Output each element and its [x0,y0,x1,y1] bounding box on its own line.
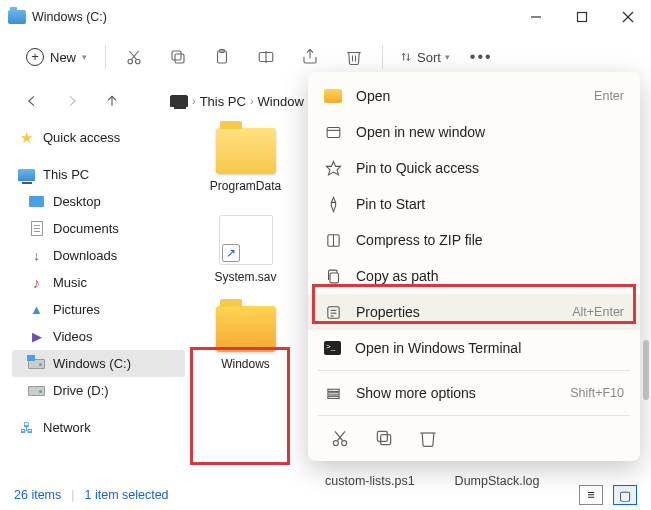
music-icon: ♪ [28,274,45,291]
ctx-copy-button[interactable] [374,428,394,451]
ctx-open-new-window[interactable]: Open in new window [308,114,640,150]
folder-icon [324,89,342,103]
chevron-down-icon: ▾ [82,52,87,62]
star-icon [324,159,342,177]
svg-rect-32 [327,396,338,398]
terminal-icon [324,341,341,355]
svg-point-33 [333,441,338,446]
more-button[interactable]: ••• [462,48,501,66]
ctx-copy-path[interactable]: Copy as path [308,258,640,294]
star-icon: ★ [18,129,35,146]
forward-button[interactable] [56,85,88,117]
chevron-right-icon: › [250,95,254,107]
svg-point-34 [342,441,347,446]
drive-icon [28,359,45,369]
close-button[interactable] [605,0,651,34]
ctx-open-terminal[interactable]: Open in Windows Terminal [308,330,640,366]
svg-rect-8 [175,54,184,63]
minimize-button[interactable] [513,0,559,34]
drive-icon [28,386,45,396]
delete-button[interactable] [334,37,374,77]
svg-point-5 [136,59,141,64]
folder-icon [216,128,276,174]
title-bar: Windows (C:) [0,0,651,34]
new-label: New [50,50,76,65]
svg-rect-1 [578,13,587,22]
ctx-cut-button[interactable] [330,428,350,451]
shortcut-item[interactable]: System.sav [203,215,288,284]
ctx-pin-quick[interactable]: Pin to Quick access [308,150,640,186]
folder-item-windows[interactable]: Windows [203,306,288,371]
svg-rect-37 [381,435,391,445]
sidebar-network[interactable]: 🖧Network [12,414,185,441]
videos-icon: ▶ [28,328,45,345]
ctx-show-more[interactable]: Show more optionsShift+F10 [308,375,640,411]
ctx-open[interactable]: OpenEnter [308,78,640,114]
sidebar-videos[interactable]: ▶Videos [12,323,185,350]
document-icon [31,221,43,236]
svg-rect-38 [377,431,387,441]
sidebar-c-drive[interactable]: Windows (C:) [12,350,185,377]
sidebar-quick-access[interactable]: ★Quick access [12,124,185,151]
properties-icon [324,303,342,321]
window-title: Windows (C:) [32,10,107,24]
ctx-pin-start[interactable]: Pin to Start [308,186,640,222]
new-button[interactable]: New ▾ [16,43,97,71]
pc-icon [170,95,188,107]
up-button[interactable] [96,85,128,117]
sidebar-desktop[interactable]: Desktop [12,188,185,215]
folder-icon [216,306,276,352]
svg-rect-25 [329,272,338,282]
context-menu: OpenEnter Open in new window Pin to Quic… [308,72,640,461]
sidebar-downloads[interactable]: ↓Downloads [12,242,185,269]
svg-rect-30 [327,389,338,391]
more-icon [324,384,342,402]
chevron-down-icon: ▾ [445,52,450,62]
sidebar-this-pc[interactable]: This PC [12,161,185,188]
rename-button[interactable] [246,37,286,77]
sort-button[interactable]: Sort ▾ [391,45,458,70]
svg-marker-22 [326,161,340,174]
copy-button[interactable] [158,37,198,77]
sort-label: Sort [417,50,441,65]
window-icon [8,10,26,24]
copy-path-icon [324,267,342,285]
pictures-icon: ▲ [28,301,45,318]
pin-icon [324,195,342,213]
chevron-right-icon: › [192,95,196,107]
network-icon: 🖧 [18,419,35,436]
plus-icon [26,48,44,66]
address-bar[interactable]: › This PC › Window [164,94,310,109]
share-button[interactable] [290,37,330,77]
ctx-compress-zip[interactable]: Compress to ZIP file [308,222,640,258]
pc-icon [18,169,35,181]
breadcrumb-seg[interactable]: This PC [200,94,246,109]
sidebar-pictures[interactable]: ▲Pictures [12,296,185,323]
svg-rect-31 [327,392,338,394]
sidebar-music[interactable]: ♪Music [12,269,185,296]
ctx-properties[interactable]: PropertiesAlt+Enter [308,294,640,330]
scrollbar[interactable] [643,340,649,400]
svg-point-4 [128,59,133,64]
svg-rect-20 [327,127,340,137]
svg-rect-9 [172,51,181,60]
paste-button[interactable] [202,37,242,77]
shortcut-icon [219,215,273,265]
cut-button[interactable] [114,37,154,77]
thumbnails-view-button[interactable]: ▢ [613,485,637,505]
selection-count: 1 item selected [85,488,169,502]
sidebar-d-drive[interactable]: Drive (D:) [12,377,185,404]
window-icon [324,123,342,141]
item-count: 26 items [14,488,61,502]
sidebar: ★Quick access This PC Desktop Documents … [0,122,185,500]
zip-icon [324,231,342,249]
back-button[interactable] [16,85,48,117]
maximize-button[interactable] [559,0,605,34]
breadcrumb-seg[interactable]: Window [258,94,304,109]
details-view-button[interactable]: ≡ [579,485,603,505]
download-icon: ↓ [28,247,45,264]
status-bar: 26 items | 1 item selected ≡ ▢ [0,480,651,510]
folder-item[interactable]: ProgramData [203,128,288,193]
sidebar-documents[interactable]: Documents [12,215,185,242]
ctx-delete-button[interactable] [418,428,438,451]
